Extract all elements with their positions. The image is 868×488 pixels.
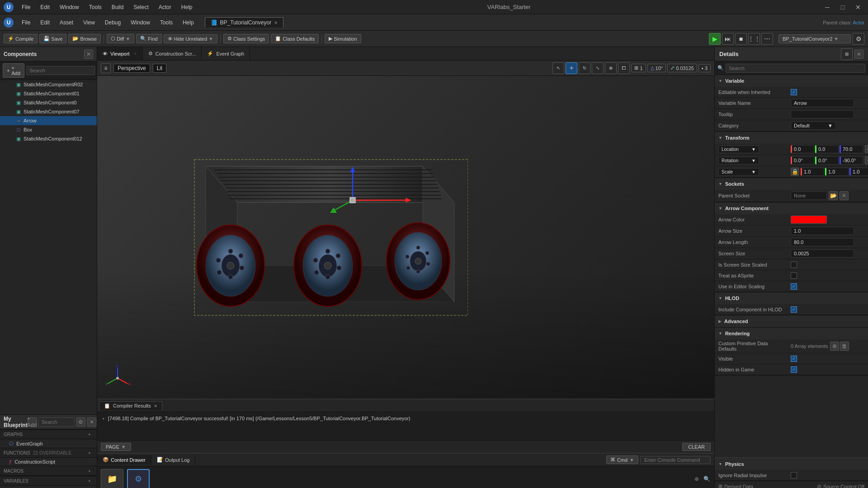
include-in-hlod-checkbox[interactable]: ✓ [791,306,797,313]
bp-panel-close-btn[interactable]: ✕ [87,418,96,427]
menu-edit[interactable]: Edit [36,2,54,12]
components-var-item[interactable]: ▣ Components Primitive Co... [0,486,97,488]
location-reset-btn[interactable]: ↺ [865,145,868,153]
rotate-tool-btn[interactable]: ↻ [579,62,590,74]
selected-item-thumb[interactable]: ⚙ [127,469,150,488]
class-defaults-button[interactable]: 📋 Class Defaults [271,34,319,43]
bp-settings-icon-btn[interactable]: ⚙ [76,418,85,427]
scale-x-input[interactable] [801,168,824,176]
save-button[interactable]: 💾 Save [39,34,66,43]
menu2-file[interactable]: File [17,18,35,28]
menu2-view[interactable]: View [79,18,99,28]
rotation-reset-btn[interactable]: ↺ [865,156,868,164]
array-clear-btn[interactable]: 🗑 [840,342,849,351]
comp-item-staticmesh-r02[interactable]: ▣ StaticMeshComponentR02 [0,80,97,89]
event-graph-item[interactable]: ⬡ EventGraph [0,439,97,448]
menu2-debug[interactable]: Debug [100,18,125,28]
grid-size-display[interactable]: ⊞ 1 [631,64,646,72]
functions-add-btn[interactable]: + [86,449,93,456]
menu2-help[interactable]: Help [178,18,198,28]
screen-size-input[interactable] [791,249,854,258]
parent-socket-input[interactable]: None [791,192,827,200]
location-type-dropdown[interactable]: Location ▼ [718,145,759,153]
pause-button[interactable]: ⋮⋮ [748,33,760,45]
compile-button[interactable]: ⚡ Compile [4,34,38,43]
comp-item-staticmesh-01[interactable]: ▣ StaticMeshComponent01 [0,89,97,98]
viewport-tab-close[interactable]: ✕ [133,52,137,56]
tooltip-input[interactable] [791,110,854,118]
viewport-3d[interactable]: Z X Y [97,76,714,399]
construction-script-item[interactable]: ƒ ConstructionScript [0,458,97,466]
close-button[interactable]: ✕ [852,3,864,12]
maximize-button[interactable]: □ [836,3,849,12]
simulation-button[interactable]: ▶ Simulation [325,34,361,43]
scale-lock-btn[interactable]: 🔒 [791,168,799,176]
components-close-btn[interactable]: ✕ [84,50,93,59]
comp-item-arrow[interactable]: → Arrow [0,116,97,125]
components-search-input[interactable] [26,66,95,75]
source-control-btn[interactable]: ⊘ Source Control Off [817,483,864,488]
select-tool-btn[interactable]: ↖ [552,62,564,74]
collections-search-btn[interactable]: 🔍 [703,475,711,483]
menu-actor[interactable]: Actor [154,2,176,12]
page-button[interactable]: PAGE ▼ [101,443,131,451]
bp-tab[interactable]: 📘 BP_TutorialConveyor ✕ [205,17,284,28]
use-in-editor-scaling-checkbox[interactable]: ✓ [791,283,797,290]
scale-snap-display[interactable]: ⤢ 0.03125 [667,64,697,72]
variable-name-input[interactable] [791,99,854,107]
translate-tool-btn[interactable]: ✛ [566,62,577,74]
physics-section-header[interactable]: ▼ Physics [715,458,868,470]
tab-event-graph[interactable]: ⚡ Event Graph [202,47,250,60]
menu2-tools[interactable]: Tools [156,18,177,28]
transform-mode-btn[interactable]: ⊕ [605,62,617,74]
scale-y-input[interactable] [825,168,849,176]
rotation-snap-display[interactable]: △ 10° [647,64,666,72]
compiler-tab-close[interactable]: ✕ [154,404,157,408]
rendering-section-header[interactable]: ▼ Rendering [715,328,868,339]
scale-z-input[interactable] [849,168,868,176]
visible-checkbox[interactable]: ✓ [791,356,797,362]
output-log-tab[interactable]: 📝 Output Log [151,455,195,465]
graphs-add-btn[interactable]: + [86,431,93,438]
category-dropdown[interactable]: Default ▼ [791,122,836,130]
details-close-btn[interactable]: ✕ [854,50,863,59]
hlod-section-header[interactable]: ▼ HLOD [715,292,868,304]
tab-viewport[interactable]: 👁 Viewport ✕ [97,47,143,60]
comp-item-box[interactable]: □ Box [0,125,97,134]
treat-as-asprite-checkbox[interactable] [791,272,797,279]
stop-button[interactable]: ■ [735,33,747,45]
arrow-length-input[interactable] [791,238,854,246]
rotation-x-input[interactable] [791,156,814,164]
scale-type-dropdown[interactable]: Scale ▼ [718,168,759,176]
variable-section-header[interactable]: ▼ Variable [715,75,868,87]
menu-help[interactable]: Help [177,2,197,12]
advanced-section-header[interactable]: ▶ Advanced [715,315,868,327]
class-settings-button[interactable]: ⚙ Class Settings [223,34,269,43]
rotation-type-dropdown[interactable]: Rotation ▼ [718,157,759,164]
tab-construction[interactable]: ⚙ Construction Scr... [143,47,202,60]
content-drawer-tab[interactable]: 📦 Content Drawer [97,455,151,465]
menu-file[interactable]: File [17,2,35,12]
browse-button[interactable]: 📂 Browse [68,34,101,43]
variables-add-btn[interactable]: + [86,477,93,484]
bp-add-btn[interactable]: + Add [28,418,37,427]
comp-item-staticmesh-0[interactable]: ▣ StaticMeshComponent0 [0,98,97,107]
collections-settings-btn[interactable]: ⊕ [693,475,701,483]
rotation-z-input[interactable] [840,156,863,164]
meshes-folder-thumb[interactable]: 📁 [101,469,123,488]
menu2-window[interactable]: Window [126,18,155,28]
is-screen-size-scaled-checkbox[interactable] [791,262,797,268]
comp-item-staticmesh-07[interactable]: ▣ StaticMeshComponent07 [0,107,97,116]
lit-button[interactable]: Lit [153,64,167,73]
menu2-asset[interactable]: Asset [55,18,78,28]
rotation-y-input[interactable] [815,156,839,164]
perspective-button[interactable]: Perspective [113,64,150,73]
macros-add-btn[interactable]: + [86,467,93,474]
sockets-section-header[interactable]: ▼ Sockets [715,178,868,190]
bp-tab-close[interactable]: ✕ [274,20,278,25]
comp-item-staticmesh-012[interactable]: ▣ StaticMeshComponent012 [0,134,97,143]
play-button[interactable]: ▶ [709,33,721,45]
viewport-menu-btn[interactable]: ≡ [101,63,111,73]
menu2-edit[interactable]: Edit [36,18,54,28]
details-search-input[interactable] [726,64,865,73]
